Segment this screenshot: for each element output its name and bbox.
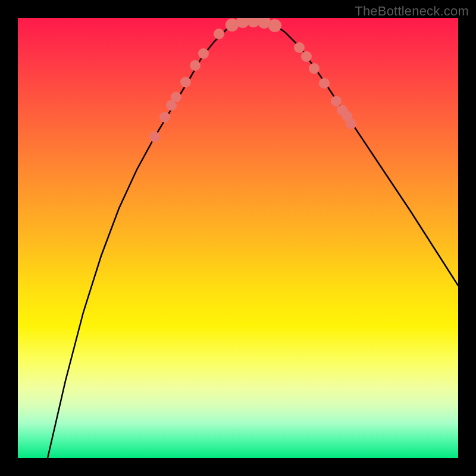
- data-marker: [294, 42, 305, 53]
- bottleneck-curve: [48, 20, 458, 458]
- data-marker: [268, 19, 281, 32]
- data-marker: [149, 131, 160, 142]
- plot-area: [18, 18, 458, 458]
- data-marker: [309, 63, 320, 74]
- data-marker: [346, 118, 356, 129]
- watermark-text: TheBottleneck.com: [355, 4, 469, 19]
- data-marker: [171, 92, 181, 102]
- curve-overlay: [18, 18, 458, 458]
- data-marker: [198, 48, 209, 59]
- data-marker: [214, 29, 224, 39]
- data-marker: [301, 51, 312, 62]
- data-marker: [190, 60, 201, 71]
- data-marker: [159, 112, 170, 123]
- data-marker: [180, 77, 191, 87]
- data-marker: [331, 96, 342, 107]
- data-marker: [319, 78, 330, 89]
- chart-container: TheBottleneck.com: [0, 0, 476, 476]
